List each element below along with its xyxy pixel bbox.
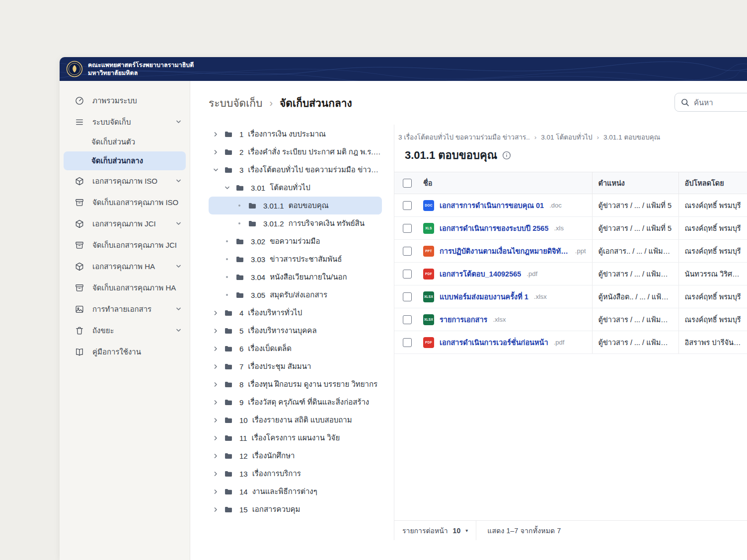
search-input[interactable] (694, 98, 747, 107)
files-table-wrap: ชื่อ ตำแหน่ง อัปโหลดโดย DOCเอกสารการดำเน… (394, 172, 747, 540)
tree-item-number: 10 (239, 416, 248, 424)
file-name-link[interactable]: แบบฟอร์มส่งมอบงานครั้งที่ 1 (440, 291, 528, 302)
bullet-dot (236, 222, 243, 224)
chevron-right-icon[interactable] (212, 453, 219, 459)
search-box[interactable] (674, 93, 747, 112)
chevron-right-icon[interactable] (212, 131, 219, 138)
tree-item-number: 3.03 (251, 255, 265, 264)
detail-breadcrumb: 3 เรื่องโต้ตอบทั่วไป ขอความร่วมมือ ข่าวส… (394, 125, 747, 142)
select-all-checkbox[interactable] (403, 179, 412, 188)
sidebar-item[interactable]: เอกสารคุณภาพ ISO (60, 170, 190, 192)
folder-icon (224, 470, 233, 478)
tree-item[interactable]: 3.05สมุดรับ/ส่งเอกสาร (209, 286, 382, 304)
tree-item[interactable]: 7เรื่องประชุม สัมมนา (209, 357, 382, 375)
chevron-right-icon[interactable] (212, 471, 219, 477)
tree-item[interactable]: 2เรื่องคำสั่ง ระเบียบ ประกาศ มติ กฎ พ.ร.… (209, 143, 382, 161)
tree-item[interactable]: 3เรื่องโต้ตอบทั่วไป ขอความร่วมมือ ข่าวสา… (209, 161, 382, 179)
per-page-select[interactable]: รายการต่อหน้า 10 ▾ (394, 521, 476, 540)
chevron-down-icon (175, 327, 182, 334)
chevron-right-icon[interactable] (212, 346, 219, 352)
tree-item-number: 3.04 (251, 273, 265, 281)
chevron-right-icon[interactable] (212, 399, 219, 406)
tree-item[interactable]: 9เรื่องวัสดุ ครุภัณฑ์ ที่ดินและสิ่งก่อสร… (209, 393, 382, 411)
file-extension: .pdf (554, 339, 565, 346)
breadcrumb-root[interactable]: ระบบจัดเก็บ (209, 95, 262, 111)
sidebar-item[interactable]: จัดเก็บเอกสารคุณภาพ JCI (60, 234, 190, 256)
detail-breadcrumb-item[interactable]: 3 เรื่องโต้ตอบทั่วไป ขอความร่วมมือ ข่าวส… (398, 132, 530, 142)
tree-item[interactable]: 5เรื่องบริหารงานบุคคล (209, 322, 382, 340)
row-checkbox[interactable] (403, 315, 412, 324)
file-extension: .xlsx (534, 293, 547, 300)
sidebar-item[interactable]: จัดเก็บส่วนกลาง (64, 151, 186, 170)
sidebar-item-label: จัดเก็บส่วนกลาง (91, 155, 178, 167)
chevron-right-icon[interactable] (212, 506, 219, 513)
file-name-link[interactable]: รายการเอกสาร (440, 314, 487, 325)
sidebar-item[interactable]: คู่มือการใช้งาน (60, 341, 190, 362)
chevron-down-icon[interactable] (224, 185, 230, 191)
chevron-right-icon[interactable] (212, 381, 219, 388)
folder-icon (247, 219, 257, 228)
search-icon[interactable] (681, 98, 689, 107)
tree-item[interactable]: 3.03ข่าวสารประชาสัมพันธ์ (209, 250, 382, 268)
row-checkbox[interactable] (403, 247, 412, 256)
file-extension: .pdf (526, 270, 537, 278)
chevron-right-icon[interactable] (212, 417, 219, 423)
file-name-link[interactable]: เอกสารการดำเนินการขอบคุณ 01 (440, 200, 544, 211)
chevron-right-icon[interactable] (212, 310, 219, 316)
chevron-right-icon[interactable] (212, 435, 219, 441)
folder-icon (235, 273, 245, 281)
folder-icon (235, 291, 245, 299)
tree-item[interactable]: 8เรื่องทุน ฝึกอบรม ดูงาน บรรยาย วิทยากร (209, 375, 382, 393)
sidebar-item[interactable]: จัดเก็บส่วนตัว (60, 133, 190, 151)
files-table-body: DOCเอกสารการดำเนินการขอบคุณ 01.docตู้ข่า… (394, 194, 747, 354)
chevron-right-icon[interactable] (212, 489, 219, 495)
tree-item[interactable]: 3.01.1ตอบขอบคุณ (209, 197, 382, 214)
row-checkbox[interactable] (403, 292, 412, 301)
tree-item[interactable]: 11เรื่องโครงการ แผนงาน วิจัย (209, 429, 382, 447)
ppt-file-icon: PPT (423, 246, 434, 257)
sidebar-item[interactable]: เอกสารคุณภาพ JCI (60, 213, 190, 234)
tree-item[interactable]: 6เรื่องเบ็ดเตล็ด (209, 340, 382, 357)
sidebar-item[interactable]: การทำลายเอกสาร (60, 298, 190, 320)
file-name-link[interactable]: การปฏิบัติงานตามเงื่อนไขกฎหมายดิจิทัล-01 (440, 245, 570, 257)
detail-breadcrumb-item[interactable]: 3.01.1 ตอบขอบคุณ (603, 132, 660, 142)
tree-item[interactable]: 3.02ขอความร่วมมือ (209, 232, 382, 250)
chevron-right-icon[interactable] (212, 149, 219, 155)
tree-item-label: ตอบขอบคุณ (289, 200, 329, 211)
tree-item-label: เรื่องการบริการ (252, 468, 301, 480)
sidebar-item[interactable]: ระบบจัดเก็บ (60, 111, 190, 133)
sidebar-item[interactable]: ภาพรวมระบบ (60, 90, 190, 111)
chevron-down-icon[interactable] (212, 167, 219, 173)
chevron-right-icon[interactable] (212, 328, 219, 334)
file-name-link[interactable]: เอกสารดำเนินการเวอร์ชั่นก่อนหน้า (440, 337, 548, 348)
tree-item[interactable]: 3.01โต้ตอบทั่วไป (209, 179, 382, 197)
sidebar-item[interactable]: จัดเก็บเอกสารคุณภาพ HA (60, 277, 190, 298)
file-extension: .xls (554, 224, 564, 232)
sidebar-item[interactable]: ถังขยะ (60, 320, 190, 341)
tree-item[interactable]: 3.01.2การบริจาคเงิน ทรัพย์สิน (209, 214, 382, 232)
tree-item[interactable]: 10เรื่องรายงาน สถิติ แบบสอบถาม (209, 411, 382, 429)
sidebar-item[interactable]: จัดเก็บเอกสารคุณภาพ ISO (60, 192, 190, 213)
tree-item[interactable]: 13เรื่องการบริการ (209, 465, 382, 483)
row-checkbox[interactable] (403, 201, 412, 210)
tree-item[interactable]: 15เอกสารควบคุม (209, 500, 382, 518)
tree-item-label: งานและพิธีการต่างๆ (252, 486, 317, 497)
file-name-link[interactable]: เอกสารโต้ตอบ_14092565 (440, 268, 521, 280)
detail-breadcrumb-item[interactable]: 3.01 โต้ตอบทั่วไป (541, 132, 592, 142)
tree-item[interactable]: 1เรื่องการเงิน งบประมาณ (209, 125, 382, 143)
row-checkbox[interactable] (403, 338, 412, 347)
folder-icon (235, 184, 245, 192)
info-icon[interactable] (502, 151, 511, 160)
tree-item[interactable]: 12เรื่องนักศึกษา (209, 447, 382, 465)
row-checkbox[interactable] (403, 270, 412, 279)
tree-item[interactable]: 14งานและพิธีการต่างๆ (209, 483, 382, 500)
chevron-right-icon[interactable] (212, 363, 219, 370)
tree-item[interactable]: 3.04หนังสือเวียนภายใน/นอก (209, 268, 382, 286)
file-name-link[interactable]: เอกสารดำเนินการของระบบปี 2565 (440, 222, 548, 234)
sidebar-item-label: จัดเก็บเอกสารคุณภาพ HA (92, 282, 182, 294)
table-header-row: ชื่อ ตำแหน่ง อัปโหลดโดย (394, 172, 747, 194)
tree-item[interactable]: 4เรื่องบริหารทั่วไป (209, 304, 382, 322)
sidebar-item[interactable]: เอกสารคุณภาพ HA (60, 256, 190, 277)
row-checkbox[interactable] (403, 224, 412, 233)
tree-item-label: สมุดรับ/ส่งเอกสาร (270, 289, 327, 301)
